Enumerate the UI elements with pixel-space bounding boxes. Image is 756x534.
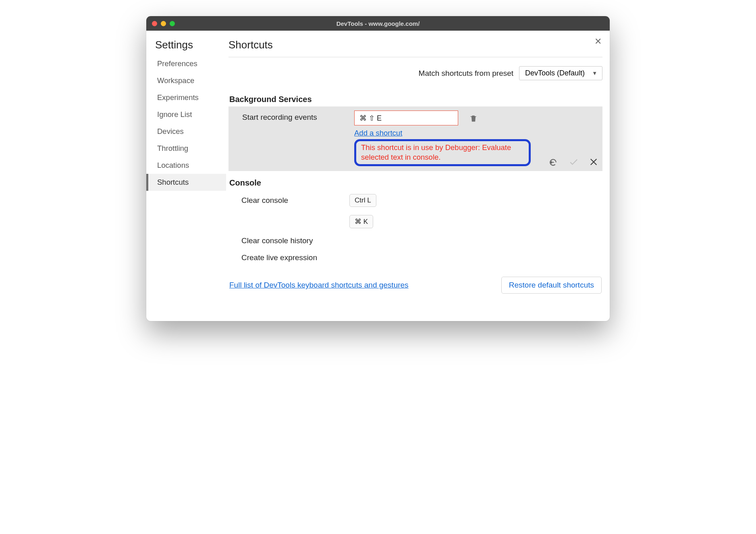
section-heading-background-services: Background Services <box>228 95 602 104</box>
window-title: DevTools - www.google.com/ <box>146 20 610 27</box>
sidebar-item-workspace[interactable]: Workspace <box>146 72 226 89</box>
shortcut-row-label: Clear console <box>228 196 349 205</box>
shortcut-error-message: This shortcut is in use by Debugger: Eva… <box>354 139 531 166</box>
sidebar-item-label: Ignore List <box>157 110 192 119</box>
footer: Full list of DevTools keyboard shortcuts… <box>228 277 602 294</box>
add-shortcut-link[interactable]: Add a shortcut <box>354 129 402 138</box>
sidebar-item-locations[interactable]: Locations <box>146 157 226 174</box>
preset-row: Match shortcuts from preset DevTools (De… <box>228 66 602 80</box>
restore-defaults-button[interactable]: Restore default shortcuts <box>501 277 602 294</box>
sidebar-heading: Settings <box>146 39 226 55</box>
sidebar-item-experiments[interactable]: Experiments <box>146 89 226 106</box>
sidebar-item-label: Locations <box>157 161 189 169</box>
preset-select[interactable]: DevTools (Default) ▼ <box>519 66 602 80</box>
shortcut-input[interactable] <box>354 111 458 125</box>
sidebar-item-label: Experiments <box>157 93 199 102</box>
sidebar-item-label: Shortcuts <box>157 178 189 186</box>
sidebar-item-ignore-list[interactable]: Ignore List <box>146 106 226 123</box>
traffic-lights <box>152 21 175 26</box>
full-list-link[interactable]: Full list of DevTools keyboard shortcuts… <box>229 281 409 290</box>
titlebar: DevTools - www.google.com/ <box>146 16 610 31</box>
shortcut-row-extra: ⌘ K <box>228 211 602 232</box>
window-minimize-button[interactable] <box>161 21 166 26</box>
main: Shortcuts Match shortcuts from preset De… <box>226 31 610 321</box>
sidebar-item-preferences[interactable]: Preferences <box>146 55 226 72</box>
sidebar-item-label: Throttling <box>157 144 188 152</box>
shortcut-edit-block: Start recording events Add a shortcut Th… <box>228 106 602 171</box>
confirm-icon[interactable] <box>569 157 579 167</box>
undo-icon[interactable] <box>548 157 558 167</box>
window-close-button[interactable] <box>152 21 157 26</box>
trash-icon[interactable] <box>469 114 478 123</box>
shortcut-row[interactable]: Create live expression <box>228 249 602 266</box>
sidebar-item-label: Workspace <box>157 76 194 85</box>
sidebar-item-devices[interactable]: Devices <box>146 123 226 140</box>
key-chip: ⌘ K <box>349 215 373 228</box>
shortcut-edit-actions <box>548 157 599 167</box>
sidebar-item-label: Devices <box>157 127 184 136</box>
sidebar-item-shortcuts[interactable]: Shortcuts <box>146 174 226 191</box>
preset-select-value: DevTools (Default) <box>525 69 585 77</box>
divider <box>228 57 602 57</box>
chevron-down-icon: ▼ <box>592 70 597 76</box>
sidebar: Settings Preferences Workspace Experimen… <box>146 31 226 321</box>
preset-label: Match shortcuts from preset <box>419 69 513 78</box>
sidebar-item-throttling[interactable]: Throttling <box>146 140 226 157</box>
app-window: DevTools - www.google.com/ ✕ Settings Pr… <box>146 16 610 321</box>
key-chip: Ctrl L <box>349 194 376 207</box>
shortcut-action-label: Start recording events <box>233 111 354 122</box>
shortcut-row-label: Clear console history <box>228 236 349 245</box>
cancel-icon[interactable] <box>589 157 599 167</box>
page-title: Shortcuts <box>228 39 602 57</box>
window-zoom-button[interactable] <box>170 21 175 26</box>
section-heading-console: Console <box>228 178 602 188</box>
shortcut-row-label: Create live expression <box>228 253 349 262</box>
sidebar-item-label: Preferences <box>157 59 197 68</box>
shortcut-row[interactable]: Clear console Ctrl L <box>228 190 602 211</box>
shortcut-row[interactable]: Clear console history <box>228 232 602 249</box>
